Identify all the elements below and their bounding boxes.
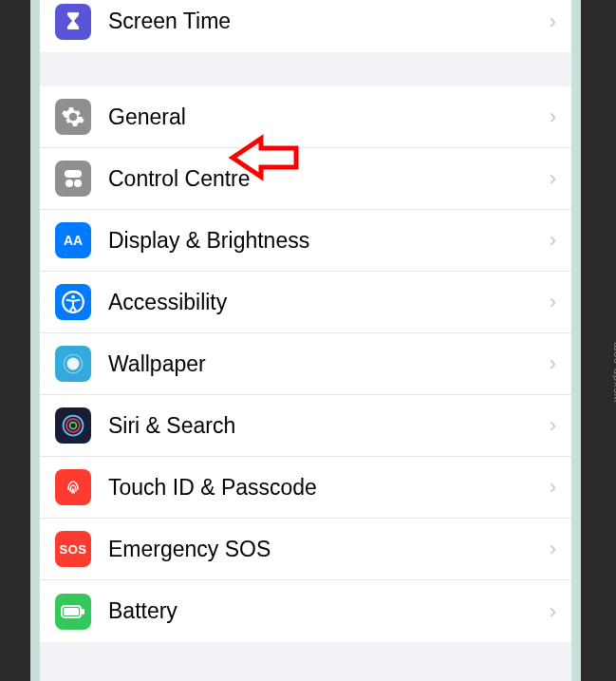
- wallpaper-icon: [55, 346, 91, 382]
- settings-group-2: General › Control Centre › AA Display & …: [40, 86, 571, 642]
- row-label: Screen Time: [108, 9, 550, 34]
- accessibility-icon: [55, 284, 91, 320]
- row-label: Wallpaper: [108, 351, 550, 377]
- hourglass-icon: [55, 4, 91, 40]
- row-general[interactable]: General ›: [40, 86, 571, 148]
- row-label: Battery: [108, 598, 550, 624]
- svg-point-8: [66, 419, 80, 432]
- arrow-annotation: [228, 133, 304, 186]
- svg-rect-11: [82, 609, 84, 615]
- row-label: Control Centre: [108, 166, 550, 192]
- chevron-right-icon: ›: [550, 537, 556, 561]
- row-wallpaper[interactable]: Wallpaper ›: [40, 333, 571, 395]
- touchid-icon: [55, 469, 91, 505]
- row-label: Accessibility: [108, 290, 550, 315]
- siri-icon: [55, 407, 91, 444]
- row-siri-search[interactable]: Siri & Search ›: [40, 395, 571, 457]
- row-label: Siri & Search: [108, 413, 550, 439]
- settings-screen: Screen Time › General › Control Centre ›: [40, 0, 571, 681]
- phone-frame: Screen Time › General › Control Centre ›: [30, 0, 581, 681]
- control-centre-icon: [55, 161, 91, 197]
- svg-point-9: [70, 423, 77, 429]
- battery-icon: [55, 594, 91, 630]
- chevron-right-icon: ›: [550, 351, 556, 376]
- gear-icon: [55, 99, 91, 135]
- svg-point-5: [67, 358, 80, 370]
- row-control-centre[interactable]: Control Centre ›: [40, 148, 571, 210]
- row-label: Emergency SOS: [108, 537, 550, 562]
- chevron-right-icon: ›: [550, 9, 556, 34]
- chevron-right-icon: ›: [550, 228, 556, 253]
- chevron-right-icon: ›: [550, 166, 556, 191]
- sos-icon: SOS: [55, 531, 91, 567]
- display-icon: AA: [55, 222, 91, 258]
- row-emergency-sos[interactable]: SOS Emergency SOS ›: [40, 519, 571, 580]
- row-touchid-passcode[interactable]: Touch ID & Passcode ›: [40, 457, 571, 519]
- svg-point-1: [65, 180, 73, 187]
- row-accessibility[interactable]: Accessibility ›: [40, 272, 571, 333]
- chevron-right-icon: ›: [550, 413, 556, 438]
- chevron-right-icon: ›: [550, 599, 556, 624]
- row-battery[interactable]: Battery ›: [40, 580, 571, 642]
- settings-group-1: Screen Time ›: [40, 0, 571, 52]
- watermark: wsxdn.com: [610, 341, 616, 402]
- chevron-right-icon: ›: [550, 475, 556, 500]
- row-screen-time[interactable]: Screen Time ›: [40, 0, 571, 52]
- row-label: Touch ID & Passcode: [108, 475, 550, 501]
- chevron-right-icon: ›: [550, 104, 556, 129]
- row-label: Display & Brightness: [108, 228, 550, 254]
- row-display-brightness[interactable]: AA Display & Brightness ›: [40, 210, 571, 272]
- svg-rect-12: [64, 608, 79, 615]
- chevron-right-icon: ›: [550, 290, 556, 314]
- svg-point-4: [71, 295, 75, 299]
- row-label: General: [108, 104, 550, 130]
- svg-point-2: [74, 180, 82, 187]
- svg-rect-0: [65, 170, 82, 178]
